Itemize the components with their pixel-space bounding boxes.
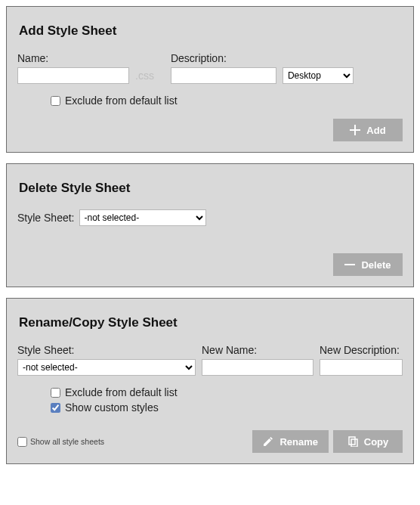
rename-copy-style-sheet-panel: Rename/Copy Style Sheet Style Sheet: -no… — [6, 298, 414, 464]
name-label: Name: — [17, 52, 129, 64]
rename-button[interactable]: Rename — [252, 430, 329, 453]
copy-icon — [347, 436, 358, 447]
exclude-label: Exclude from default list — [65, 386, 178, 398]
button-label: Rename — [279, 436, 318, 448]
new-name-input[interactable] — [202, 359, 313, 376]
sheet-label: Style Sheet: — [17, 212, 75, 224]
new-name-label: New Name: — [202, 344, 313, 356]
delete-button[interactable]: Delete — [333, 253, 403, 276]
css-suffix: .css — [135, 70, 154, 84]
panel-title: Add Style Sheet — [19, 23, 403, 39]
panel-title: Rename/Copy Style Sheet — [19, 315, 403, 330]
exclude-checkbox[interactable] — [51, 388, 60, 398]
svg-rect-0 — [344, 264, 355, 265]
svg-rect-2 — [351, 439, 357, 447]
exclude-checkbox[interactable] — [51, 96, 60, 106]
sheet-label: Style Sheet: — [17, 344, 196, 356]
name-input[interactable] — [17, 67, 129, 84]
type-select[interactable]: Desktop — [283, 67, 354, 84]
show-all-checkbox[interactable] — [17, 437, 27, 447]
show-all-label: Show all style sheets — [30, 437, 104, 446]
pencil-icon — [263, 436, 273, 447]
button-label: Delete — [361, 259, 391, 271]
button-label: Copy — [364, 436, 389, 448]
panel-title: Delete Style Sheet — [19, 181, 403, 196]
minus-icon — [344, 259, 355, 270]
svg-rect-1 — [349, 437, 355, 445]
new-desc-input[interactable] — [320, 359, 403, 376]
delete-style-sheet-panel: Delete Style Sheet Style Sheet: -not sel… — [6, 163, 414, 287]
sheet-select[interactable]: -not selected- — [79, 209, 206, 226]
copy-button[interactable]: Copy — [333, 430, 403, 453]
description-label: Description: — [171, 52, 276, 64]
show-custom-checkbox[interactable] — [51, 403, 60, 413]
exclude-label: Exclude from default list — [65, 94, 178, 107]
description-input[interactable] — [171, 67, 276, 84]
new-desc-label: New Description: — [320, 344, 403, 356]
button-label: Add — [366, 125, 385, 136]
show-custom-label: Show custom styles — [65, 401, 159, 414]
add-style-sheet-panel: Add Style Sheet Name: .css Description: … — [6, 6, 414, 153]
sheet-select[interactable]: -not selected- — [17, 359, 196, 376]
add-button[interactable]: Add — [333, 119, 403, 141]
plus-icon — [350, 125, 360, 135]
